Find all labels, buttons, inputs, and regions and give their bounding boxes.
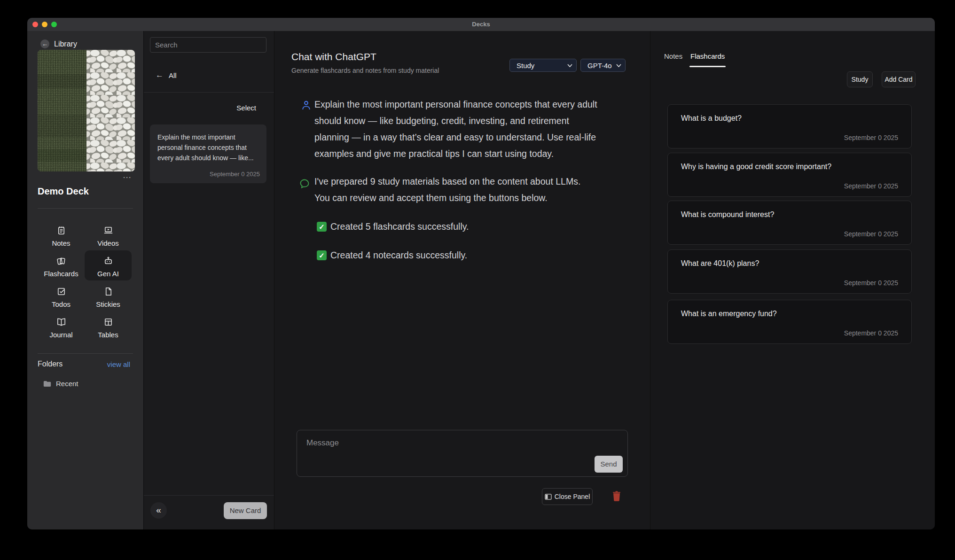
- stickies-icon: [103, 286, 114, 297]
- journal-icon: [56, 317, 67, 327]
- assistant-icon: [299, 178, 310, 189]
- message-input-container: Send: [297, 430, 628, 477]
- add-card-button[interactable]: Add Card: [882, 71, 916, 87]
- search-input[interactable]: [150, 37, 266, 53]
- new-card-button[interactable]: New Card: [224, 502, 267, 519]
- user-icon: [301, 100, 312, 110]
- model-select[interactable]: GPT-4o: [580, 59, 626, 72]
- tables-icon: [103, 317, 114, 327]
- message-input[interactable]: [297, 430, 627, 459]
- sidebar-item-gen-ai[interactable]: Gen AI: [85, 250, 132, 280]
- user-message: Explain the most important personal fina…: [314, 96, 625, 162]
- sidebar-item-flashcards[interactable]: Flashcards: [38, 250, 85, 280]
- sidebar-divider: [38, 353, 133, 354]
- sidebar-item-notes[interactable]: Notes: [38, 220, 85, 250]
- titlebar: Decks: [27, 18, 935, 31]
- todos-icon: [56, 286, 67, 297]
- panel-icon: [545, 494, 552, 500]
- library-label: Library: [54, 40, 77, 48]
- flashcards-icon: [56, 256, 67, 266]
- check-icon: ✓: [317, 250, 327, 260]
- status-line: ✓ Created 4 notecards successfully.: [317, 250, 467, 261]
- videos-icon: [103, 225, 114, 236]
- app-window: Decks ← Library: [27, 18, 935, 529]
- sidebar-item-videos[interactable]: Videos: [85, 220, 132, 250]
- library-back[interactable]: ← Library: [40, 39, 77, 48]
- sidebar-item-journal[interactable]: Journal: [38, 311, 85, 342]
- collapse-panel-button[interactable]: «: [150, 502, 167, 519]
- select-button[interactable]: Select: [236, 104, 256, 112]
- flashcard-item[interactable]: What is a budget? September 0 2025: [667, 104, 912, 148]
- flashcard-item[interactable]: What is compound interest? September 0 2…: [667, 201, 912, 245]
- window-title: Decks: [27, 21, 935, 28]
- view-all-link[interactable]: view all: [107, 360, 130, 368]
- tab-notes[interactable]: Notes: [664, 52, 682, 60]
- folder-item-recent[interactable]: Recent: [43, 380, 78, 388]
- deck-cover-image[interactable]: [38, 50, 135, 171]
- flashcard-item[interactable]: Why is having a good credit score import…: [667, 153, 912, 197]
- sidebar-item-todos[interactable]: Todos: [38, 281, 85, 311]
- check-icon: ✓: [317, 222, 327, 232]
- trash-icon[interactable]: [612, 491, 621, 501]
- chat-subtitle: Generate flashcards and notes from study…: [291, 67, 439, 74]
- folder-icon: [43, 381, 51, 387]
- deck-cover-texture: [38, 50, 135, 171]
- all-back-button[interactable]: ← All: [156, 70, 177, 80]
- deck-title: Demo Deck: [38, 186, 89, 197]
- notes-icon: [56, 225, 67, 236]
- study-button[interactable]: Study: [847, 71, 873, 87]
- flashcard-item[interactable]: What is an emergency fund? September 0 2…: [667, 300, 912, 344]
- study-panel: Notes Flashcards Study Add Card What is …: [650, 31, 935, 529]
- tab-flashcards[interactable]: Flashcards: [690, 52, 725, 60]
- sidebar-item-stickies[interactable]: Stickies: [85, 281, 132, 311]
- close-panel-button[interactable]: Close Panel: [542, 488, 593, 505]
- send-button[interactable]: Send: [595, 456, 623, 473]
- chat-panel: Chat with ChatGPT Generate flashcards an…: [274, 31, 650, 529]
- back-arrow-icon: ←: [156, 70, 164, 80]
- list-divider: [144, 92, 274, 93]
- deck-sidebar: ← Library: [27, 31, 143, 529]
- card-list-panel: ← All Select Explain the most important …: [143, 31, 274, 529]
- status-line: ✓ Created 5 flashcards successfully.: [317, 221, 469, 232]
- deck-options-button[interactable]: ···: [123, 173, 132, 181]
- back-arrow-icon: ←: [40, 39, 49, 48]
- assistant-message: I've prepared 9 study materials based on…: [314, 173, 625, 206]
- list-divider: [144, 495, 274, 496]
- mode-select[interactable]: Study: [509, 59, 577, 72]
- folders-heading: Folders: [38, 360, 63, 368]
- active-tab-indicator: [689, 66, 726, 67]
- card-list-item[interactable]: Explain the most important personal fina…: [150, 124, 266, 183]
- sidebar-divider: [38, 208, 133, 209]
- chat-title: Chat with ChatGPT: [291, 51, 376, 62]
- gen-ai-icon: [103, 256, 114, 266]
- flashcard-item[interactable]: What are 401(k) plans? September 0 2025: [667, 249, 912, 294]
- sidebar-item-tables[interactable]: Tables: [85, 311, 132, 342]
